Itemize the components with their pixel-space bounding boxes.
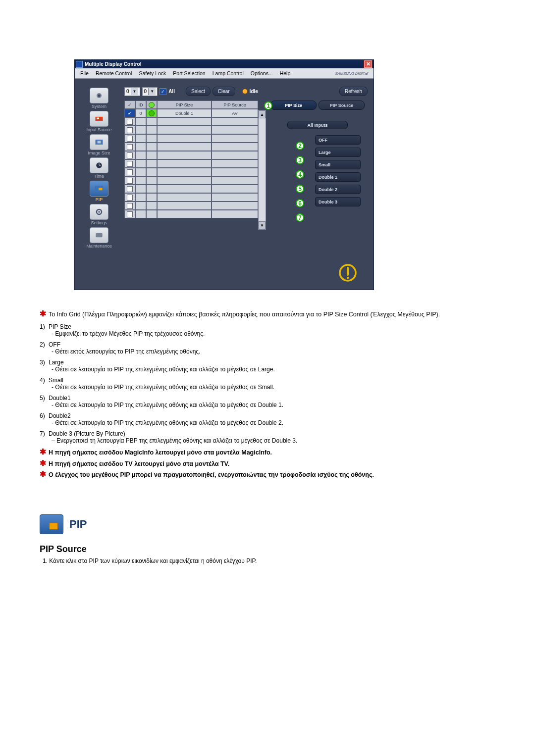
col-check: ✓ xyxy=(124,101,135,109)
menu-file[interactable]: File xyxy=(77,69,92,77)
sidebar-item-pip[interactable]: PIP xyxy=(82,181,116,202)
list-title: Double 3 (Picture By Picture) xyxy=(49,430,125,437)
system-icon xyxy=(90,88,108,103)
star-icon: ✱ xyxy=(40,470,49,478)
option-off[interactable]: OFF xyxy=(315,135,361,145)
scrollbar[interactable]: ▲ ▼ xyxy=(258,110,266,230)
list-desc: – Ενεργοποιεί τη λειτουργία PBP της επιλ… xyxy=(52,437,495,444)
all-label: All xyxy=(168,89,175,94)
row-status xyxy=(146,109,157,117)
toolbar: 0▼ 0▼ ✓ All Select Clear Idle Refresh xyxy=(124,87,368,96)
list-title: PIP Size xyxy=(49,323,71,330)
star-icon: ✱ xyxy=(40,310,49,318)
row-check[interactable]: ✓ xyxy=(124,109,135,117)
window-title: Multiple Display Control xyxy=(85,61,364,67)
refresh-button[interactable]: Refresh xyxy=(339,87,368,96)
table-row xyxy=(124,176,258,185)
combo-id-from[interactable]: 0▼ xyxy=(124,87,140,96)
table-row xyxy=(124,202,258,210)
list-desc: - Θέτει σε λειτουργία το PIP της επιλεγμ… xyxy=(52,419,495,426)
menu-lamp-control[interactable]: Lamp Control xyxy=(209,69,247,77)
menu-port-selection[interactable]: Port Selection xyxy=(169,69,209,77)
notes-section: ✱ Το Info Grid (Πλέγμα Πληροφοριών) εμφα… xyxy=(40,310,495,480)
sidebar-item-input-source[interactable]: Input Source xyxy=(82,111,116,132)
menu-options[interactable]: Options... xyxy=(247,69,276,77)
tab-pip-source[interactable]: PIP Source xyxy=(319,101,365,110)
list-desc: - Θέτει εκτός λειτουργίας το PIP της επι… xyxy=(52,348,495,355)
table-row xyxy=(124,143,258,151)
sidebar-item-label: System xyxy=(82,104,116,109)
list-num: 4) xyxy=(40,377,49,384)
svg-rect-3 xyxy=(97,118,99,119)
pip-icon xyxy=(40,514,63,534)
warning-icon xyxy=(338,263,358,283)
section-header-pip: PIP xyxy=(40,514,495,534)
annotation-7: 7 xyxy=(296,213,304,222)
checkbox-all[interactable]: ✓ xyxy=(160,88,166,95)
grid-header: ✓ ID PIP Size PIP Source xyxy=(124,101,258,109)
list-title: OFF xyxy=(49,341,60,348)
menu-remote-control[interactable]: Remote Control xyxy=(92,69,136,77)
svg-rect-5 xyxy=(98,141,101,144)
warn1: Η πηγή σήματος εισόδου MagicInfo λειτουρ… xyxy=(49,448,272,457)
sidebar-item-system[interactable]: System xyxy=(82,88,116,109)
option-large[interactable]: Large xyxy=(315,148,361,157)
option-double2[interactable]: Double 2 xyxy=(315,185,361,194)
input-source-icon xyxy=(90,111,108,127)
annotation-5: 5 xyxy=(296,185,304,193)
annotation-6: 6 xyxy=(296,199,304,207)
star-icon: ✱ xyxy=(40,459,49,467)
table-row[interactable]: ✓ 0 Double 1 AV xyxy=(124,109,258,117)
menu-help[interactable]: Help xyxy=(276,69,294,77)
sidebar-item-time[interactable]: Time xyxy=(82,157,116,179)
svg-rect-10 xyxy=(99,188,103,190)
list-desc: - Θέτει σε λειτουργία το PIP της επιλεγμ… xyxy=(52,366,495,373)
sidebar-item-label: Input Source xyxy=(82,128,116,132)
svg-rect-13 xyxy=(96,233,102,237)
maintenance-icon xyxy=(90,227,108,243)
scroll-down-icon[interactable]: ▼ xyxy=(259,221,266,229)
option-double3[interactable]: Double 3 xyxy=(315,197,361,206)
list-title: Small xyxy=(49,377,63,384)
list-desc: - Εμφανίζει το τρέχον Μέγεθος PIP της τρ… xyxy=(52,330,495,337)
col-pip-size: PIP Size xyxy=(157,101,212,109)
workarea: System Input Source Image Size Time PIP xyxy=(75,79,374,290)
idle-indicator-icon xyxy=(242,89,248,94)
step-text: Κάντε κλικ στο PIP των κύριων εικονιδίων… xyxy=(49,557,257,564)
svg-point-1 xyxy=(98,95,101,97)
table-row xyxy=(124,193,258,202)
tab-pip-size[interactable]: PIP Size xyxy=(270,101,317,110)
annotation-1: 1 xyxy=(264,101,272,110)
clear-button[interactable]: Clear xyxy=(213,87,235,96)
option-small[interactable]: Small xyxy=(315,160,361,169)
close-icon[interactable]: ✕ xyxy=(364,60,373,68)
sidebar-item-maintenance[interactable]: Maintenance xyxy=(82,227,116,249)
select-button[interactable]: Select xyxy=(186,87,211,96)
list-num: 3) xyxy=(40,359,49,366)
warn3: Ο έλεγχος του μεγέθους PIP μπορεί να πρα… xyxy=(49,470,374,480)
brand-label: SAMSUNG DIGITall xyxy=(332,70,372,77)
titlebar: Multiple Display Control ✕ xyxy=(75,60,374,68)
sidebar-item-settings[interactable]: Settings xyxy=(82,204,116,225)
list-title: Double1 xyxy=(49,395,71,402)
col-id: ID xyxy=(135,101,146,109)
star-icon: ✱ xyxy=(40,448,49,456)
menu-safety-lock[interactable]: Safety Lock xyxy=(135,69,169,77)
combo-id-to[interactable]: 0▼ xyxy=(142,87,158,96)
sidebar: System Input Source Image Size Time PIP xyxy=(79,88,119,251)
sidebar-item-image-size[interactable]: Image Size xyxy=(82,134,116,155)
list-num: 7) xyxy=(40,430,49,437)
step-num: 1. xyxy=(43,557,48,564)
table-row xyxy=(124,185,258,193)
table-row xyxy=(124,159,258,168)
table-row xyxy=(124,168,258,176)
option-double1[interactable]: Double 1 xyxy=(315,172,361,182)
menubar: File Remote Control Safety Lock Port Sel… xyxy=(75,68,374,79)
col-pip-source: PIP Source xyxy=(212,101,258,109)
annotation-2: 2 xyxy=(296,142,304,150)
row-pip-source: AV xyxy=(212,109,258,117)
svg-point-12 xyxy=(98,211,100,212)
scroll-up-icon[interactable]: ▲ xyxy=(259,110,266,118)
sidebar-item-label: PIP xyxy=(82,198,116,202)
list-title: Double2 xyxy=(49,412,71,419)
